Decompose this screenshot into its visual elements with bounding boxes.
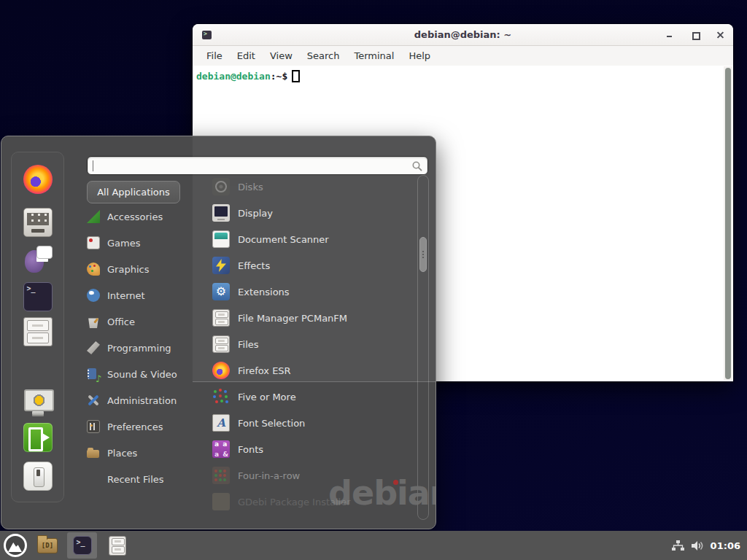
places-icon bbox=[87, 446, 100, 459]
app-document-scanner[interactable]: Document Scanner bbox=[212, 226, 411, 252]
file-cabinet-icon bbox=[23, 317, 53, 346]
taskbar-files-button[interactable] bbox=[109, 536, 126, 556]
terminal-menu-search[interactable]: Search bbox=[300, 50, 347, 61]
favorite-pidgin[interactable] bbox=[23, 244, 53, 273]
category-label: Graphics bbox=[107, 264, 149, 275]
app-display[interactable]: Display bbox=[212, 200, 411, 226]
preferences-icon bbox=[87, 420, 100, 433]
terminal-menu-terminal[interactable]: Terminal bbox=[347, 50, 401, 61]
categories-list: AccessoriesGamesGraphicsInternetOfficePr… bbox=[87, 203, 207, 492]
terminal-icon bbox=[73, 536, 92, 555]
app-files[interactable]: Files bbox=[212, 331, 411, 357]
maximize-icon[interactable] bbox=[691, 31, 699, 39]
favorite-terminal[interactable] bbox=[23, 282, 53, 311]
app-label: Files bbox=[238, 339, 259, 350]
accessories-icon bbox=[87, 210, 100, 223]
menu-button[interactable] bbox=[4, 534, 27, 557]
network-icon[interactable] bbox=[672, 540, 684, 551]
app-extensions[interactable]: Extensions bbox=[212, 279, 411, 305]
apps-list: DisksDisplayDocument ScannerEffectsExten… bbox=[212, 174, 411, 515]
app-font-selection[interactable]: Font Selection bbox=[212, 410, 411, 436]
fonts-icon bbox=[212, 440, 230, 458]
terminal-menu-view[interactable]: View bbox=[263, 50, 300, 61]
app-gdebi-package-installer[interactable]: GDebi Package Installer bbox=[212, 489, 411, 515]
log-out-icon bbox=[23, 423, 53, 452]
category-administration[interactable]: Administration bbox=[87, 387, 207, 413]
app-label: Font Selection bbox=[238, 418, 305, 429]
shut-down-icon bbox=[23, 462, 53, 491]
category-internet[interactable]: Internet bbox=[87, 282, 207, 308]
app-file-manager-pcmanfm[interactable]: File Manager PCManFM bbox=[212, 305, 411, 331]
favorite-firefox[interactable] bbox=[23, 165, 53, 194]
administration-icon bbox=[87, 394, 100, 407]
app-label: Effects bbox=[238, 260, 270, 271]
office-icon bbox=[87, 315, 100, 328]
disks-icon bbox=[212, 178, 230, 195]
category-games[interactable]: Games bbox=[87, 230, 207, 256]
menu-scrollbar[interactable] bbox=[417, 175, 429, 520]
category-graphics[interactable]: Graphics bbox=[87, 256, 207, 282]
cabinet-icon bbox=[212, 309, 230, 327]
app-label: Display bbox=[238, 208, 273, 219]
app-five-or-more[interactable]: Five or More bbox=[212, 384, 411, 410]
category-recent-files[interactable]: Recent Files bbox=[87, 466, 207, 492]
category-label: Games bbox=[107, 238, 140, 249]
app-label: Fonts bbox=[238, 444, 263, 455]
category-label: Recent Files bbox=[107, 474, 164, 485]
prompt-suffix: :~$ bbox=[271, 71, 287, 82]
terminal-scrollbar-thumb[interactable] bbox=[725, 68, 731, 379]
five-dots-icon bbox=[212, 388, 230, 405]
games-icon bbox=[87, 236, 100, 249]
terminal-scrollbar[interactable] bbox=[724, 66, 732, 381]
terminal-menu-help[interactable]: Help bbox=[401, 50, 438, 61]
category-label: Office bbox=[107, 316, 135, 327]
search-box[interactable] bbox=[87, 156, 428, 175]
terminal-cursor bbox=[292, 70, 300, 82]
session-lock-screen[interactable] bbox=[23, 387, 53, 416]
scanner-icon bbox=[212, 230, 230, 248]
app-four-in-a-row[interactable]: Four-in-a-row bbox=[212, 462, 411, 489]
category-preferences[interactable]: Preferences bbox=[87, 413, 207, 440]
search-input[interactable] bbox=[88, 157, 427, 174]
category-label: Internet bbox=[107, 290, 145, 301]
extensions-icon bbox=[212, 283, 230, 300]
app-effects[interactable]: Effects bbox=[212, 252, 411, 279]
favorite-keyboard[interactable] bbox=[23, 208, 53, 237]
taskbar-terminal-button[interactable] bbox=[67, 532, 97, 559]
app-disks[interactable]: Disks bbox=[212, 174, 411, 200]
favorite-file-cabinet[interactable] bbox=[23, 317, 53, 346]
category-programming[interactable]: Programming bbox=[87, 335, 207, 361]
app-firefox-esr[interactable]: Firefox ESR bbox=[212, 357, 411, 384]
search-icon bbox=[411, 160, 423, 172]
gdebi-icon bbox=[212, 493, 230, 510]
category-label: Administration bbox=[107, 395, 177, 406]
close-icon[interactable] bbox=[716, 31, 724, 39]
category-office[interactable]: Office bbox=[87, 308, 207, 335]
category-places[interactable]: Places bbox=[87, 440, 207, 466]
volume-icon[interactable] bbox=[691, 540, 704, 551]
display-icon bbox=[212, 204, 230, 222]
menu-scrollbar-thumb[interactable] bbox=[419, 237, 427, 272]
terminal-titlebar[interactable]: debian@debian: ~ bbox=[193, 24, 733, 46]
clock[interactable]: 01:06 bbox=[711, 540, 740, 551]
session-log-out[interactable] bbox=[23, 423, 53, 452]
terminal-menu-edit[interactable]: Edit bbox=[230, 50, 263, 61]
session-shut-down[interactable] bbox=[23, 462, 53, 491]
application-menu: debian All Applications AccessoriesGames… bbox=[1, 136, 436, 529]
category-sound-video[interactable]: Sound & Video bbox=[87, 361, 207, 387]
internet-icon bbox=[87, 289, 100, 302]
programming-icon bbox=[87, 341, 100, 354]
font-selection-icon bbox=[212, 414, 230, 432]
app-fonts[interactable]: Fonts bbox=[212, 436, 411, 462]
minimize-icon[interactable] bbox=[665, 31, 673, 39]
all-applications-button[interactable]: All Applications bbox=[87, 181, 180, 203]
firefox-icon bbox=[23, 165, 53, 194]
desktop-folder-button[interactable]: [D] bbox=[37, 538, 58, 553]
favorites-column bbox=[11, 152, 64, 502]
app-label: Disks bbox=[238, 182, 263, 192]
pidgin-icon bbox=[23, 244, 53, 273]
terminal-menubar: FileEditViewSearchTerminalHelp bbox=[193, 46, 733, 66]
app-label: GDebi Package Installer bbox=[238, 497, 351, 508]
terminal-menu-file[interactable]: File bbox=[199, 50, 230, 61]
category-accessories[interactable]: Accessories bbox=[87, 203, 207, 230]
